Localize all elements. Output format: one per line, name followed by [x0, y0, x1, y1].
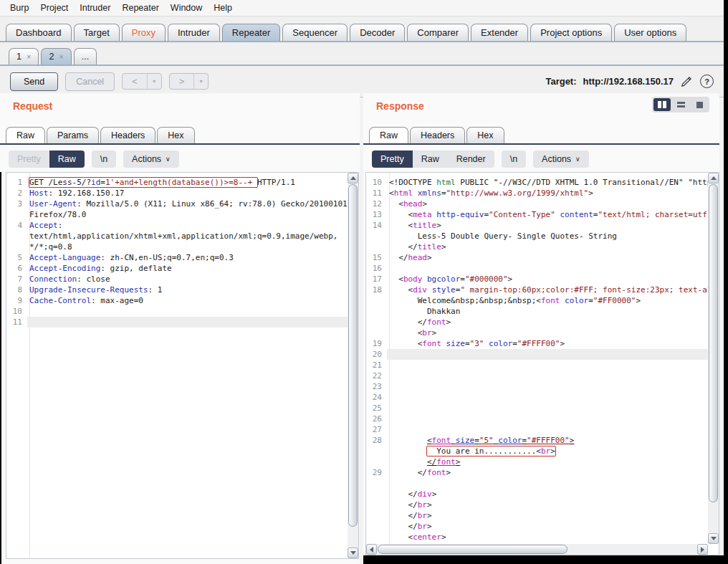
- request-tab-params[interactable]: Params: [47, 127, 99, 143]
- tab-dashboard[interactable]: Dashboard: [6, 24, 72, 41]
- back-dropdown-button[interactable]: ▼: [147, 74, 161, 89]
- code-line: </br>: [366, 521, 708, 532]
- line-number: 18: [366, 285, 387, 295]
- layout-columns-button[interactable]: [653, 98, 671, 111]
- request-vscrollbar[interactable]: [348, 173, 358, 558]
- response-view-group: PrettyRawRender: [372, 150, 494, 168]
- scroll-left-button[interactable]: [366, 544, 377, 555]
- repeater-tab-2[interactable]: 2×: [41, 48, 71, 64]
- request-tab-headers[interactable]: Headers: [100, 127, 155, 143]
- line-number: 2: [6, 188, 27, 199]
- forward-button[interactable]: >: [170, 74, 194, 89]
- tab-user-options[interactable]: User options: [614, 24, 686, 41]
- chevron-down-icon: ▼: [152, 79, 157, 84]
- tab-repeater[interactable]: Repeater: [222, 24, 280, 41]
- response-view-raw-button[interactable]: Raw: [413, 150, 448, 168]
- tab-project-options[interactable]: Project options: [530, 24, 612, 41]
- target-box: Target: http://192.168.150.17 ?: [545, 75, 714, 88]
- response-view-pretty-button[interactable]: Pretty: [372, 150, 413, 168]
- request-view-pretty-button[interactable]: Pretty: [9, 150, 49, 168]
- request-view-actions-button[interactable]: Actions∨: [123, 150, 179, 168]
- code-text: Less-5 Double Query- Single Quotes- Stri…: [387, 231, 708, 242]
- response-view-actions-button[interactable]: Actions∨: [533, 150, 589, 168]
- code-text: </br>: [387, 510, 708, 521]
- scroll-right-button[interactable]: [697, 544, 708, 555]
- line-number: 9: [6, 295, 27, 306]
- tab-intruder[interactable]: Intruder: [168, 24, 220, 41]
- menu-item-intruder[interactable]: Intruder: [74, 1, 116, 14]
- scrollbar-thumb[interactable]: [348, 184, 358, 527]
- line-number: 20: [366, 349, 387, 360]
- request-editor[interactable]: 1GET /Less-5/?id=1'+and+length(database(…: [6, 172, 359, 559]
- code-text: </font>: [387, 457, 708, 467]
- forward-dropdown-button[interactable]: ▼: [193, 74, 208, 89]
- triangle-right-icon: [701, 547, 704, 553]
- response-tab-raw[interactable]: Raw: [369, 127, 408, 143]
- code-line: 21: [366, 360, 708, 371]
- edit-target-pencil-icon[interactable]: [680, 75, 694, 88]
- tab-target[interactable]: Target: [74, 24, 120, 41]
- close-tab-icon[interactable]: ×: [59, 52, 63, 61]
- code-line: 17 <body bgcolor="#000000">: [366, 274, 708, 285]
- chevron-down-icon: ▼: [198, 79, 203, 84]
- response-hscrollbar[interactable]: [366, 544, 708, 555]
- tab-sequencer[interactable]: Sequencer: [282, 24, 348, 41]
- response-view-newline-button[interactable]: \n: [502, 150, 526, 168]
- request-view-raw-button[interactable]: Raw: [49, 150, 85, 168]
- code-text: text/html,application/xhtml+xml,applicat…: [27, 231, 348, 242]
- back-button[interactable]: <: [123, 74, 147, 89]
- code-text: [387, 263, 708, 274]
- code-line: Dhakkan: [366, 306, 708, 317]
- line-number: [366, 500, 387, 510]
- request-view-newline-button[interactable]: \n: [92, 150, 116, 168]
- code-line: Firefox/78.0: [6, 209, 348, 220]
- menu-item-burp[interactable]: Burp: [4, 1, 34, 14]
- request-view-group: PrettyRaw: [9, 150, 85, 168]
- menu-item-window[interactable]: Window: [165, 1, 208, 14]
- line-number: 26: [366, 414, 387, 424]
- tab-comparer[interactable]: Comparer: [407, 24, 469, 41]
- code-text: Accept-Encoding: gzip, deflate: [27, 263, 348, 274]
- response-view-render-button[interactable]: Render: [448, 150, 494, 168]
- send-button[interactable]: Send: [10, 72, 58, 91]
- request-tab-hex[interactable]: Hex: [157, 127, 194, 143]
- response-vscrollbar[interactable]: [708, 173, 719, 544]
- menu-item-project[interactable]: Project: [34, 1, 74, 14]
- repeater-tab-1[interactable]: 1×: [9, 48, 39, 64]
- scrollbar-thumb[interactable]: [709, 184, 718, 502]
- scroll-down-button[interactable]: [708, 533, 719, 544]
- tab-proxy[interactable]: Proxy: [122, 24, 166, 41]
- repeater-tab-item[interactable]: ...: [74, 48, 97, 64]
- line-number: 12: [366, 199, 387, 209]
- layout-single-button[interactable]: [691, 98, 708, 111]
- help-icon[interactable]: ?: [700, 75, 714, 88]
- scroll-up-button[interactable]: [708, 173, 719, 183]
- cancel-button[interactable]: Cancel: [65, 72, 115, 91]
- tab-extender[interactable]: Extender: [471, 24, 528, 41]
- line-number: 14: [366, 220, 387, 231]
- response-tab-hex[interactable]: Hex: [466, 127, 504, 143]
- code-text: Host: 192.168.150.17: [27, 188, 348, 199]
- tab-decoder[interactable]: Decoder: [350, 24, 405, 41]
- scroll-up-button[interactable]: [348, 173, 358, 183]
- menu-item-repeater[interactable]: Repeater: [116, 1, 164, 14]
- layout-rows-button[interactable]: [672, 98, 689, 111]
- code-text: <!DOCTYPE html PUBLIC "-//W3C//DTD XHTML…: [387, 177, 708, 188]
- request-tab-raw[interactable]: Raw: [6, 127, 45, 143]
- scrollbar-thumb[interactable]: [378, 545, 567, 554]
- response-tab-headers[interactable]: Headers: [410, 127, 465, 143]
- code-line: 18 <div style=" margin-top:60px;color:#F…: [366, 285, 708, 295]
- chevron-down-icon: ∨: [166, 156, 171, 163]
- code-text: [387, 403, 708, 414]
- scroll-down-button[interactable]: [348, 548, 358, 558]
- line-number: 15: [366, 252, 387, 263]
- code-line: 19 <font size="3" color="#FFFF00">: [366, 338, 708, 349]
- line-number: 11: [6, 317, 27, 328]
- menu-item-help[interactable]: Help: [208, 1, 238, 14]
- close-tab-icon[interactable]: ×: [27, 52, 31, 61]
- code-text: [387, 349, 708, 360]
- code-text: [387, 414, 708, 424]
- response-editor[interactable]: 10<!DOCTYPE html PUBLIC "-//W3C//DTD XHT…: [365, 172, 719, 555]
- line-number: [366, 242, 387, 252]
- line-number: [366, 510, 387, 521]
